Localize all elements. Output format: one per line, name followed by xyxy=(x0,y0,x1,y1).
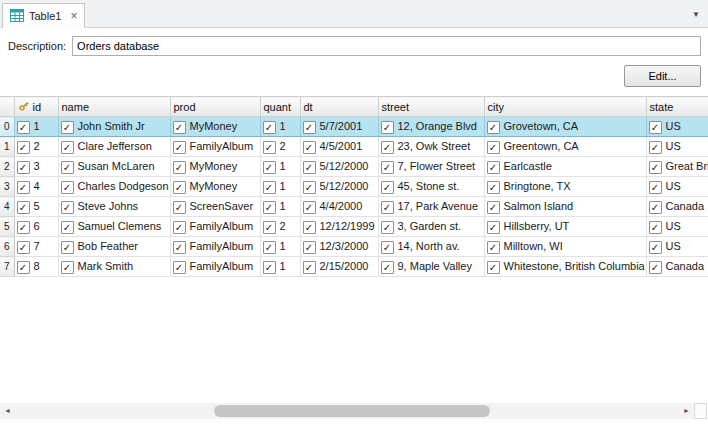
cell[interactable]: ✓Hillsberry, UT xyxy=(484,217,646,237)
cell-checkbox[interactable]: ✓ xyxy=(649,141,662,154)
cell[interactable]: ✓4 xyxy=(14,177,58,197)
tab-overflow-icon[interactable]: ▼ xyxy=(692,9,700,18)
cell-checkbox[interactable]: ✓ xyxy=(263,161,276,174)
cell-checkbox[interactable]: ✓ xyxy=(263,261,276,274)
cell-checkbox[interactable]: ✓ xyxy=(303,141,316,154)
cell-checkbox[interactable]: ✓ xyxy=(263,241,276,254)
scroll-right-icon[interactable]: ► xyxy=(679,403,694,419)
cell[interactable]: ✓John Smith Jr xyxy=(58,117,170,137)
cell-checkbox[interactable]: ✓ xyxy=(649,161,662,174)
cell[interactable]: ✓Canada xyxy=(646,197,708,217)
cell[interactable]: ✓Bob Feather xyxy=(58,237,170,257)
cell-checkbox[interactable]: ✓ xyxy=(381,121,394,134)
cell-checkbox[interactable]: ✓ xyxy=(381,261,394,274)
table-row[interactable]: 4✓5✓Steve Johns✓ScreenSaver✓1✓4/4/2000✓1… xyxy=(0,197,708,217)
cell[interactable]: ✓1 xyxy=(260,197,300,217)
cell-checkbox[interactable]: ✓ xyxy=(61,141,74,154)
cell-checkbox[interactable]: ✓ xyxy=(173,201,186,214)
cell[interactable]: ✓1 xyxy=(260,117,300,137)
cell-checkbox[interactable]: ✓ xyxy=(61,221,74,234)
cell[interactable]: ✓Susan McLaren xyxy=(58,157,170,177)
table-row[interactable]: 7✓8✓Mark Smith✓FamilyAlbum✓1✓2/15/2000✓9… xyxy=(0,257,708,277)
cell-checkbox[interactable]: ✓ xyxy=(303,201,316,214)
cell-checkbox[interactable]: ✓ xyxy=(303,161,316,174)
cell-checkbox[interactable]: ✓ xyxy=(61,201,74,214)
cell[interactable]: ✓7, Flower Street xyxy=(378,157,484,177)
cell-checkbox[interactable]: ✓ xyxy=(17,261,30,274)
cell[interactable]: ✓1 xyxy=(260,177,300,197)
cell[interactable]: ✓Clare Jefferson xyxy=(58,137,170,157)
cell[interactable]: ✓4/4/2000 xyxy=(300,197,378,217)
cell[interactable]: ✓45, Stone st. xyxy=(378,177,484,197)
cell[interactable]: ✓FamilyAlbum xyxy=(170,257,260,277)
scrollbar-track[interactable] xyxy=(15,403,679,419)
cell[interactable]: ✓2 xyxy=(14,137,58,157)
table-row[interactable]: 3✓4✓Charles Dodgeson✓MyMoney✓1✓5/12/2000… xyxy=(0,177,708,197)
cell-checkbox[interactable]: ✓ xyxy=(303,181,316,194)
cell[interactable]: ✓Canada xyxy=(646,257,708,277)
table-row[interactable]: 1✓2✓Clare Jefferson✓FamilyAlbum✓2✓4/5/20… xyxy=(0,137,708,157)
cell[interactable]: ✓1 xyxy=(260,157,300,177)
column-header-name[interactable]: name xyxy=(58,97,170,117)
row-header[interactable]: 3 xyxy=(0,177,14,197)
cell-checkbox[interactable]: ✓ xyxy=(173,181,186,194)
cell[interactable]: ✓FamilyAlbum xyxy=(170,237,260,257)
cell-checkbox[interactable]: ✓ xyxy=(61,121,74,134)
table-row[interactable]: 0✓1✓John Smith Jr✓MyMoney✓1✓5/7/2001✓12,… xyxy=(0,117,708,137)
cell-checkbox[interactable]: ✓ xyxy=(381,201,394,214)
cell[interactable]: ✓Milltown, WI xyxy=(484,237,646,257)
cell[interactable]: ✓FamilyAlbum xyxy=(170,137,260,157)
cell-checkbox[interactable]: ✓ xyxy=(649,221,662,234)
cell-checkbox[interactable]: ✓ xyxy=(263,141,276,154)
column-header-state[interactable]: state xyxy=(646,97,708,117)
cell-checkbox[interactable]: ✓ xyxy=(17,201,30,214)
cell-checkbox[interactable]: ✓ xyxy=(649,241,662,254)
table-row[interactable]: 5✓6✓Samuel Clemens✓FamilyAlbum✓2✓12/12/1… xyxy=(0,217,708,237)
cell[interactable]: ✓1 xyxy=(260,237,300,257)
cell[interactable]: ✓2 xyxy=(260,217,300,237)
cell[interactable]: ✓US xyxy=(646,217,708,237)
cell-checkbox[interactable]: ✓ xyxy=(61,241,74,254)
cell[interactable]: ✓3, Garden st. xyxy=(378,217,484,237)
cell-checkbox[interactable]: ✓ xyxy=(17,221,30,234)
row-header[interactable]: 5 xyxy=(0,217,14,237)
cell-checkbox[interactable]: ✓ xyxy=(173,221,186,234)
cell-checkbox[interactable]: ✓ xyxy=(649,201,662,214)
column-header-city[interactable]: city xyxy=(484,97,646,117)
cell[interactable]: ✓US xyxy=(646,237,708,257)
cell[interactable]: ✓MyMoney xyxy=(170,157,260,177)
cell[interactable]: ✓2 xyxy=(260,137,300,157)
column-header-prod[interactable]: prod xyxy=(170,97,260,117)
cell-checkbox[interactable]: ✓ xyxy=(303,121,316,134)
cell-checkbox[interactable]: ✓ xyxy=(17,121,30,134)
cell-checkbox[interactable]: ✓ xyxy=(487,241,500,254)
cell-checkbox[interactable]: ✓ xyxy=(487,161,500,174)
cell-checkbox[interactable]: ✓ xyxy=(263,181,276,194)
cell[interactable]: ✓7 xyxy=(14,237,58,257)
cell-checkbox[interactable]: ✓ xyxy=(381,221,394,234)
cell[interactable]: ✓Whitestone, British Columbia xyxy=(484,257,646,277)
cell-checkbox[interactable]: ✓ xyxy=(17,241,30,254)
cell[interactable]: ✓Steve Johns xyxy=(58,197,170,217)
row-header[interactable]: 4 xyxy=(0,197,14,217)
row-header[interactable]: 2 xyxy=(0,157,14,177)
scrollbar-thumb[interactable] xyxy=(214,405,490,417)
cell[interactable]: ✓3 xyxy=(14,157,58,177)
cell[interactable]: ✓US xyxy=(646,177,708,197)
cell[interactable]: ✓23, Owk Street xyxy=(378,137,484,157)
cell[interactable]: ✓8 xyxy=(14,257,58,277)
row-header[interactable]: 0 xyxy=(0,117,14,137)
cell[interactable]: ✓14, North av. xyxy=(378,237,484,257)
cell[interactable]: ✓Great Britain xyxy=(646,157,708,177)
cell-checkbox[interactable]: ✓ xyxy=(173,261,186,274)
cell-checkbox[interactable]: ✓ xyxy=(381,241,394,254)
cell[interactable]: ✓FamilyAlbum xyxy=(170,217,260,237)
cell-checkbox[interactable]: ✓ xyxy=(487,141,500,154)
cell-checkbox[interactable]: ✓ xyxy=(649,121,662,134)
cell-checkbox[interactable]: ✓ xyxy=(381,141,394,154)
cell-checkbox[interactable]: ✓ xyxy=(303,261,316,274)
cell[interactable]: ✓Mark Smith xyxy=(58,257,170,277)
cell[interactable]: ✓MyMoney xyxy=(170,117,260,137)
cell[interactable]: ✓5/12/2000 xyxy=(300,177,378,197)
cell-checkbox[interactable]: ✓ xyxy=(649,181,662,194)
